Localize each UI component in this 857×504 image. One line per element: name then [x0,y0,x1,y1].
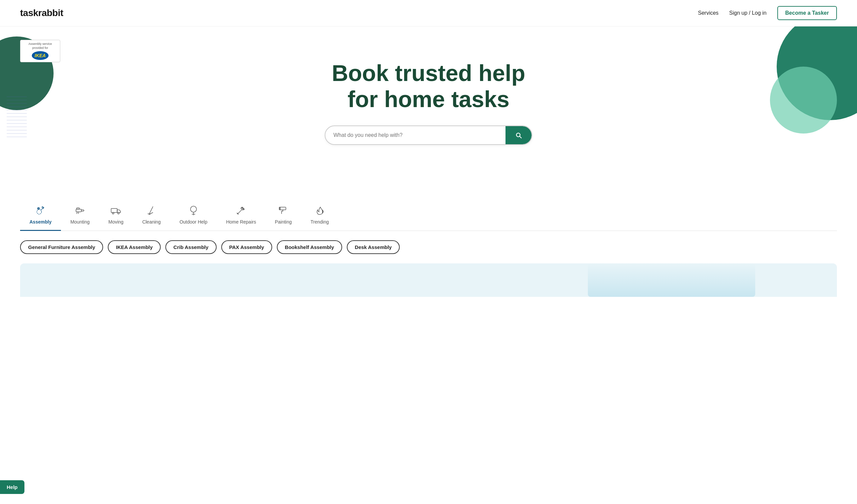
pill-section: General Furniture AssemblyIKEA AssemblyC… [0,231,857,263]
logo-text: taskrabbit [20,8,63,18]
search-button[interactable] [505,126,532,144]
search-icon [515,132,522,139]
category-section: AssemblyMountingMovingCleaningOutdoor He… [0,187,857,231]
cat-tab-label-mounting: Mounting [70,219,90,224]
pill-2[interactable]: Crib Assembly [165,240,216,254]
broom-icon [146,204,158,217]
hero-title-line1: Book trusted help [332,60,525,86]
hero-title: Book trusted help for home tasks [20,60,837,112]
logo[interactable]: taskrabbit [20,8,63,18]
ikea-badge: Assembly service provided for IKEA [20,40,60,62]
hero-title-line2: for home tasks [348,86,509,112]
become-tasker-button[interactable]: Become a Tasker [777,6,837,20]
flame-icon [314,204,326,217]
cat-tab-painting[interactable]: Painting [266,200,301,231]
ikea-badge-text: Assembly service provided for [24,42,56,50]
cat-tab-label-outdoor: Outdoor Help [180,219,207,224]
hero-section: Assembly service provided for IKEA Book … [0,27,857,187]
bottom-section [20,263,837,297]
truck-icon [110,204,122,217]
pill-4[interactable]: Bookshelf Assembly [277,240,342,254]
cat-tab-trending[interactable]: Trending [301,200,338,231]
cat-tab-homerepairs[interactable]: Home Repairs [217,200,265,231]
header-nav: Services Sign up / Log in Become a Taske… [698,6,837,20]
cat-tab-cleaning[interactable]: Cleaning [133,200,170,231]
svg-point-20 [118,213,119,214]
header: taskrabbit Services Sign up / Log in Bec… [0,0,857,27]
cat-tab-outdoor[interactable]: Outdoor Help [170,200,217,231]
wrench-screwdriver-icon [34,204,47,217]
services-link[interactable]: Services [698,10,718,16]
svg-line-26 [238,210,242,214]
hammer-icon [235,204,247,217]
category-tabs: AssemblyMountingMovingCleaningOutdoor He… [20,200,837,231]
pill-1[interactable]: IKEA Assembly [108,240,161,254]
svg-rect-27 [280,207,286,210]
pill-5[interactable]: Desk Assembly [347,240,400,254]
svg-point-22 [190,206,197,212]
paint-roller-icon [277,204,289,217]
cat-tab-label-moving: Moving [108,219,123,224]
hero-title-wrap: Book trusted help for home tasks [20,60,837,112]
cat-tab-mounting[interactable]: Mounting [61,200,99,231]
auth-link[interactable]: Sign up / Log in [729,10,766,16]
cat-tab-label-trending: Trending [311,219,329,224]
cat-tab-moving[interactable]: Moving [99,200,133,231]
cat-tab-label-assembly: Assembly [30,219,52,224]
svg-point-13 [37,209,41,214]
search-bar [325,125,532,145]
cat-tab-assembly[interactable]: Assembly [20,200,61,231]
bottom-image [588,263,755,297]
ikea-logo: IKEA [32,51,48,60]
drill-icon [74,204,86,217]
svg-rect-18 [111,208,117,213]
tree-icon [187,204,200,217]
pill-0[interactable]: General Furniture Assembly [20,240,103,254]
svg-rect-17 [77,208,79,209]
cat-tab-label-homerepairs: Home Repairs [226,219,256,224]
search-input[interactable] [325,126,505,144]
cat-tab-label-painting: Painting [275,219,292,224]
pill-3[interactable]: PAX Assembly [221,240,272,254]
cat-tab-label-cleaning: Cleaning [142,219,161,224]
search-wrap [20,125,837,145]
svg-point-19 [113,213,114,214]
ikea-logo-text: IKEA [34,53,46,58]
svg-rect-16 [76,209,81,212]
